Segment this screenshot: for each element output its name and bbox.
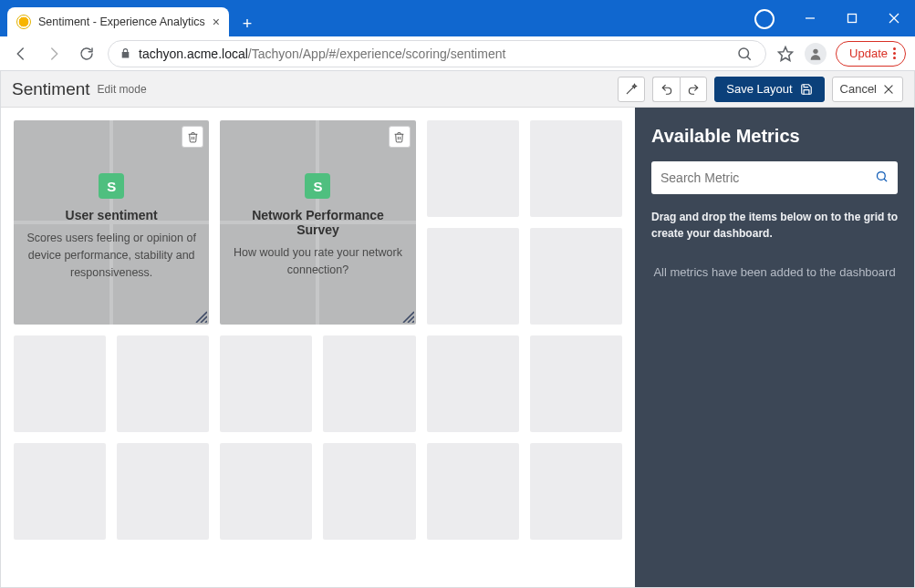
trash-icon xyxy=(187,131,199,143)
svg-point-7 xyxy=(813,48,817,53)
tile-description: Scores users feeling or opinion of devic… xyxy=(26,230,196,281)
empty-slot[interactable] xyxy=(117,335,209,432)
profile-avatar-icon[interactable] xyxy=(805,43,827,65)
save-layout-button[interactable]: Save Layout xyxy=(714,77,824,102)
update-button[interactable]: Update xyxy=(836,41,906,67)
url-host: tachyon.acme.local xyxy=(139,46,248,61)
tile-title: Network Performance Survey xyxy=(233,208,402,237)
dashboard-grid-pane: S User sentiment Scores users feeling or… xyxy=(1,108,635,587)
search-input[interactable] xyxy=(660,170,875,185)
window-titlebar: Sentiment - Experience Analytics × + xyxy=(0,0,915,36)
svg-point-16 xyxy=(878,171,886,180)
app-frame: Sentiment Edit mode Save Layout Cancel xyxy=(0,71,915,588)
url-path: /Tachyon/App/#/experience/scoring/sentim… xyxy=(248,46,506,61)
empty-slot[interactable] xyxy=(427,443,519,540)
close-tab-icon[interactable]: × xyxy=(213,15,220,29)
browser-tab[interactable]: Sentiment - Experience Analytics × xyxy=(7,7,229,36)
empty-slot[interactable] xyxy=(427,335,519,432)
app-body: S User sentiment Scores users feeling or… xyxy=(1,108,914,587)
maximize-button[interactable] xyxy=(831,0,873,36)
tab-favicon xyxy=(16,15,31,29)
kebab-menu-icon[interactable] xyxy=(893,47,896,59)
minimize-button[interactable] xyxy=(789,0,831,36)
panel-title: Available Metrics xyxy=(651,126,898,147)
svg-marker-6 xyxy=(779,46,793,60)
search-icon[interactable] xyxy=(875,170,889,187)
browser-toolbar: tachyon.acme.local/Tachyon/App/#/experie… xyxy=(0,36,915,71)
delete-tile-button[interactable] xyxy=(389,126,411,148)
address-bar[interactable]: tachyon.acme.local/Tachyon/App/#/experie… xyxy=(108,40,766,67)
available-metrics-panel: Available Metrics Drag and drop the item… xyxy=(635,108,914,587)
tile-description: How would you rate your network connecti… xyxy=(233,244,402,279)
svg-line-15 xyxy=(412,321,414,323)
svg-point-4 xyxy=(739,48,749,58)
new-tab-button[interactable]: + xyxy=(234,11,260,36)
app-header: Sentiment Edit mode Save Layout Cancel xyxy=(1,71,914,108)
delete-tile-button[interactable] xyxy=(182,126,203,148)
save-layout-label: Save Layout xyxy=(726,82,792,96)
window-close-button[interactable] xyxy=(873,0,915,36)
empty-slot[interactable] xyxy=(427,120,519,217)
empty-slot[interactable] xyxy=(530,443,622,540)
resize-icon xyxy=(192,308,207,323)
lock-icon xyxy=(120,47,131,59)
empty-slot[interactable] xyxy=(530,335,622,432)
empty-slot[interactable] xyxy=(427,228,519,325)
trash-icon xyxy=(393,131,405,143)
cancel-button[interactable]: Cancel xyxy=(832,77,903,102)
omnibox-search-icon[interactable] xyxy=(734,44,754,64)
resize-handle[interactable] xyxy=(192,308,207,323)
redo-button[interactable] xyxy=(680,77,707,102)
tile-title: User sentiment xyxy=(66,208,158,222)
update-label: Update xyxy=(849,46,888,60)
close-icon xyxy=(882,83,895,96)
tab-strip: Sentiment - Experience Analytics × + xyxy=(0,0,754,36)
edit-mode-label: Edit mode xyxy=(98,83,147,96)
save-icon xyxy=(800,83,813,96)
search-metric-field[interactable] xyxy=(651,161,898,194)
tab-title: Sentiment - Experience Analytics xyxy=(38,15,205,28)
sentiment-icon: S xyxy=(99,173,124,199)
undo-redo-group xyxy=(652,77,707,102)
empty-slot[interactable] xyxy=(530,228,622,325)
reload-button[interactable] xyxy=(75,42,99,66)
panel-empty-message: All metrics have been added to the dashb… xyxy=(651,265,898,279)
empty-slot[interactable] xyxy=(530,120,622,217)
empty-slot[interactable] xyxy=(323,335,415,432)
profile-badge-icon[interactable] xyxy=(754,9,775,29)
undo-button[interactable] xyxy=(652,77,680,102)
empty-slot[interactable] xyxy=(220,443,312,540)
cancel-label: Cancel xyxy=(840,82,877,96)
svg-line-17 xyxy=(884,179,887,181)
svg-line-12 xyxy=(205,321,207,323)
empty-slot[interactable] xyxy=(323,443,415,540)
window-controls xyxy=(789,0,915,36)
resize-handle[interactable] xyxy=(400,308,414,323)
empty-slot[interactable] xyxy=(14,443,106,540)
back-button[interactable] xyxy=(9,42,33,66)
page-title: Sentiment xyxy=(12,79,90,99)
sentiment-icon: S xyxy=(305,173,330,199)
forward-button[interactable] xyxy=(42,42,66,66)
metric-tile[interactable]: S Network Performance Survey How would y… xyxy=(220,120,415,325)
panel-hint: Drag and drop the items below on to the … xyxy=(651,209,898,242)
dashboard-grid[interactable]: S User sentiment Scores users feeling or… xyxy=(14,120,622,540)
svg-rect-1 xyxy=(848,15,857,23)
svg-line-5 xyxy=(747,57,751,60)
empty-slot[interactable] xyxy=(117,443,209,540)
empty-slot[interactable] xyxy=(220,335,312,432)
bookmark-star-icon[interactable] xyxy=(775,44,795,64)
url-text: tachyon.acme.local/Tachyon/App/#/experie… xyxy=(139,46,727,61)
metric-tile[interactable]: S User sentiment Scores users feeling or… xyxy=(14,120,209,325)
resize-icon xyxy=(400,308,414,323)
empty-slot[interactable] xyxy=(14,335,106,432)
magic-wand-button[interactable] xyxy=(618,77,645,102)
